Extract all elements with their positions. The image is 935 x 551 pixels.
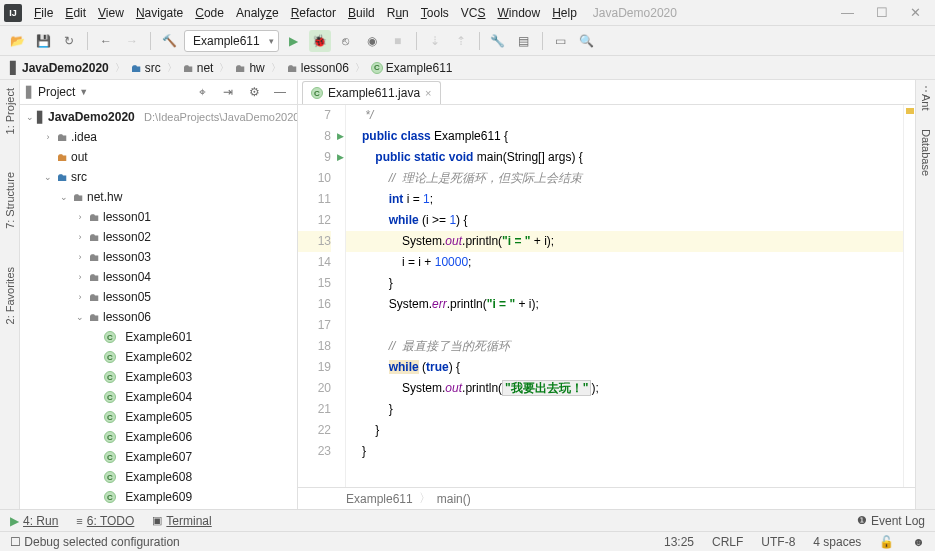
tree-pkg[interactable]: ⌄🖿net.hw bbox=[20, 187, 297, 207]
settings-icon[interactable]: 🔧 bbox=[487, 30, 509, 52]
lock-icon[interactable]: 🔓 bbox=[879, 535, 894, 549]
minimize-button[interactable]: — bbox=[841, 5, 854, 20]
menu-navigate[interactable]: Navigate bbox=[130, 4, 189, 22]
inspector-icon[interactable]: ☻ bbox=[912, 535, 925, 549]
tree-src[interactable]: ⌄🖿src bbox=[20, 167, 297, 187]
tool-favorites[interactable]: 2: Favorites bbox=[4, 263, 16, 328]
project-panel: ▋ Project ▼ ⌖ ⇥ ⚙ — ⌄▋JavaDemo2020 D:\Id… bbox=[20, 80, 298, 509]
maximize-button[interactable]: ☐ bbox=[876, 5, 888, 20]
bc-lesson06[interactable]: 🖿lesson06 bbox=[283, 60, 353, 76]
menu-edit[interactable]: Edit bbox=[59, 4, 92, 22]
status-indent[interactable]: 4 spaces bbox=[813, 535, 861, 549]
close-button[interactable]: ✕ bbox=[910, 5, 921, 20]
project-structure-icon[interactable]: ▤ bbox=[513, 30, 535, 52]
search-icon[interactable]: 🔍 bbox=[576, 30, 598, 52]
tool-terminal[interactable]: ▣ Terminal bbox=[152, 514, 211, 528]
bc-class[interactable]: CExample611 bbox=[367, 60, 457, 76]
code-area[interactable]: 7 8▶ 9▶ 101112 13 141516 171819 20212223… bbox=[298, 105, 915, 487]
editor-tab-label: Example611.java bbox=[328, 86, 420, 100]
menu-run[interactable]: Run bbox=[381, 4, 415, 22]
tree-out[interactable]: 🖿out bbox=[20, 147, 297, 167]
tool-ant[interactable]: Ant bbox=[920, 90, 932, 115]
project-view-caret[interactable]: ▼ bbox=[79, 87, 88, 97]
bc-src[interactable]: 🖿src bbox=[127, 60, 165, 76]
menu-window[interactable]: Window bbox=[491, 4, 546, 22]
tree-lesson04[interactable]: ›🖿lesson04 bbox=[20, 267, 297, 287]
editor-tab-example611[interactable]: C Example611.java × bbox=[302, 81, 441, 104]
code-text[interactable]: */ public class Example611 { public stat… bbox=[346, 105, 903, 487]
tree-lesson03[interactable]: ›🖿lesson03 bbox=[20, 247, 297, 267]
status-encoding[interactable]: UTF-8 bbox=[761, 535, 795, 549]
tree-lesson01[interactable]: ›🖿lesson01 bbox=[20, 207, 297, 227]
hide-panel-icon[interactable]: — bbox=[269, 81, 291, 103]
locate-icon[interactable]: ⌖ bbox=[191, 81, 213, 103]
tool-database[interactable]: Database bbox=[920, 125, 932, 180]
status-caret-pos[interactable]: 13:25 bbox=[664, 535, 694, 549]
tree-ex608[interactable]: C Example608 bbox=[20, 467, 297, 487]
crumb-class[interactable]: Example611 bbox=[346, 492, 413, 506]
run-icon[interactable]: ▶ bbox=[283, 30, 305, 52]
project-panel-header: ▋ Project ▼ ⌖ ⇥ ⚙ — bbox=[20, 80, 297, 105]
tool-project[interactable]: 1: Project bbox=[4, 84, 16, 138]
tree-ex605[interactable]: C Example605 bbox=[20, 407, 297, 427]
menu-refactor[interactable]: Refactor bbox=[285, 4, 342, 22]
run-anything-icon[interactable]: ▭ bbox=[550, 30, 572, 52]
tool-run[interactable]: ▶4: Run bbox=[10, 514, 58, 528]
tree-ex602[interactable]: C Example602 bbox=[20, 347, 297, 367]
tree-ex603[interactable]: C Example603 bbox=[20, 367, 297, 387]
tree-lesson06[interactable]: ⌄🖿lesson06 bbox=[20, 307, 297, 327]
editor-tabs: C Example611.java × bbox=[298, 80, 915, 105]
bc-project[interactable]: ▋JavaDemo2020 bbox=[6, 60, 113, 76]
gutter[interactable]: 7 8▶ 9▶ 101112 13 141516 171819 20212223 bbox=[298, 105, 346, 487]
run-configuration-select[interactable]: Example611 bbox=[184, 30, 279, 52]
menu-vcs[interactable]: VCS bbox=[455, 4, 492, 22]
menu-help[interactable]: Help bbox=[546, 4, 583, 22]
gear-icon[interactable]: ⚙ bbox=[243, 81, 265, 103]
tree-lesson05[interactable]: ›🖿lesson05 bbox=[20, 287, 297, 307]
tree-lesson02[interactable]: ›🖿lesson02 bbox=[20, 227, 297, 247]
expand-icon[interactable]: ⇥ bbox=[217, 81, 239, 103]
save-icon[interactable]: 💾 bbox=[32, 30, 54, 52]
coverage-icon[interactable]: ⎋ bbox=[335, 30, 357, 52]
open-icon[interactable]: 📂 bbox=[6, 30, 28, 52]
bottom-tool-stripe: ▶4: Run ≡ 6: TODO ▣ Terminal ❶ Event Log bbox=[0, 509, 935, 531]
tool-todo[interactable]: ≡ 6: TODO bbox=[76, 514, 134, 528]
status-eol[interactable]: CRLF bbox=[712, 535, 743, 549]
tree-ex607[interactable]: C Example607 bbox=[20, 447, 297, 467]
profiler-icon[interactable]: ◉ bbox=[361, 30, 383, 52]
close-tab-icon[interactable]: × bbox=[425, 87, 431, 99]
left-tool-stripe: 1: Project 7: Structure 2: Favorites bbox=[0, 80, 20, 509]
tool-structure[interactable]: 7: Structure bbox=[4, 168, 16, 233]
vcs-commit-icon[interactable]: ⇡ bbox=[450, 30, 472, 52]
tree-root[interactable]: ⌄▋JavaDemo2020 D:\IdeaProjects\JavaDemo2… bbox=[20, 107, 297, 127]
menu-view[interactable]: View bbox=[92, 4, 130, 22]
forward-icon[interactable]: → bbox=[121, 30, 143, 52]
right-tool-stripe: ⋮ Ant Database bbox=[915, 80, 935, 509]
menu-build[interactable]: Build bbox=[342, 4, 381, 22]
tree-ex601[interactable]: C Example601 bbox=[20, 327, 297, 347]
stop-icon[interactable]: ■ bbox=[387, 30, 409, 52]
main-toolbar: 📂 💾 ↻ ← → 🔨 Example611 ▶ 🐞 ⎋ ◉ ■ ⇣ ⇡ 🔧 ▤… bbox=[0, 26, 935, 56]
error-stripe[interactable] bbox=[903, 105, 915, 487]
window-title-project: JavaDemo2020 bbox=[593, 6, 677, 20]
bc-hw[interactable]: 🖿hw bbox=[231, 60, 268, 76]
reload-icon[interactable]: ↻ bbox=[58, 30, 80, 52]
editor-crumbs: Example611 〉 main() bbox=[298, 487, 915, 509]
crumb-method[interactable]: main() bbox=[437, 492, 471, 506]
debug-icon[interactable]: 🐞 bbox=[309, 30, 331, 52]
hammer-icon[interactable]: 🔨 bbox=[158, 30, 180, 52]
project-panel-title[interactable]: Project bbox=[38, 85, 75, 99]
menu-code[interactable]: Code bbox=[189, 4, 230, 22]
tree-ex606[interactable]: C Example606 bbox=[20, 427, 297, 447]
vcs-update-icon[interactable]: ⇣ bbox=[424, 30, 446, 52]
tree-idea[interactable]: ›🖿.idea bbox=[20, 127, 297, 147]
menu-file[interactable]: File bbox=[28, 4, 59, 22]
tool-event-log[interactable]: ❶ Event Log bbox=[857, 514, 925, 528]
tree-ex604[interactable]: C Example604 bbox=[20, 387, 297, 407]
menu-tools[interactable]: Tools bbox=[415, 4, 455, 22]
back-icon[interactable]: ← bbox=[95, 30, 117, 52]
bc-net[interactable]: 🖿net bbox=[179, 60, 218, 76]
tree-ex609[interactable]: C Example609 bbox=[20, 487, 297, 507]
menu-analyze[interactable]: Analyze bbox=[230, 4, 285, 22]
project-tree[interactable]: ⌄▋JavaDemo2020 D:\IdeaProjects\JavaDemo2… bbox=[20, 105, 297, 509]
